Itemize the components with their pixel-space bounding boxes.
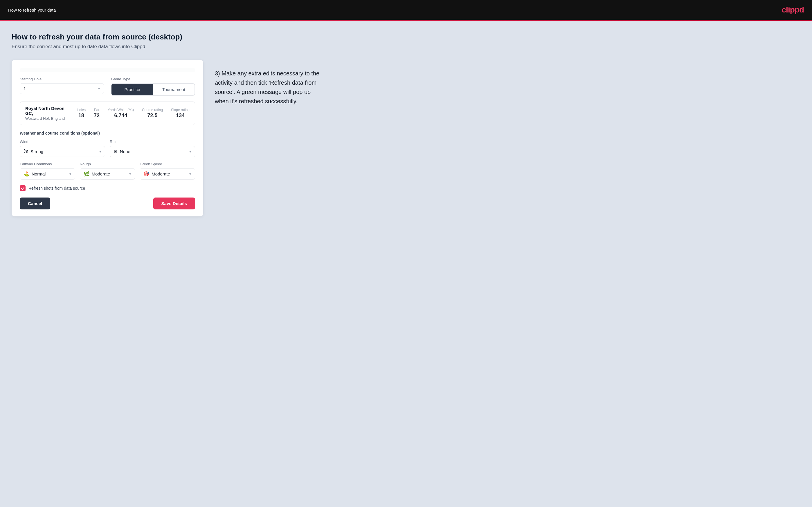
- course-stats: Holes 18 Par 72 Yards/White (M)) 6,744 C…: [77, 108, 190, 119]
- starting-hole-group: Starting Hole 1 ▾: [20, 77, 104, 96]
- content-area: Starting Hole 1 ▾ Game Type Practice Tou…: [12, 60, 800, 216]
- game-type-toggle: Practice Tournament: [111, 83, 195, 96]
- starting-hole-label: Starting Hole: [20, 77, 104, 81]
- logo: clippd: [782, 5, 804, 14]
- rain-select[interactable]: ☀ None ▾: [110, 146, 195, 157]
- main-content: How to refresh your data from source (de…: [0, 21, 812, 507]
- form-row-top: Starting Hole 1 ▾ Game Type Practice Tou…: [20, 77, 195, 96]
- top-bar: How to refresh your data clippd: [0, 0, 812, 20]
- rough-select[interactable]: 🌿 Moderate ▾: [80, 168, 135, 179]
- wind-icon: 🌬: [23, 149, 28, 154]
- action-row: Cancel Save Details: [20, 198, 195, 210]
- tournament-toggle-btn[interactable]: Tournament: [153, 84, 195, 95]
- green-speed-chevron-icon: ▾: [189, 172, 191, 176]
- refresh-checkbox-row: Refresh shots from data source: [20, 185, 195, 191]
- save-details-button[interactable]: Save Details: [153, 198, 195, 210]
- cancel-button[interactable]: Cancel: [20, 198, 50, 210]
- course-row: Royal North Devon GC, Westward Ho!, Engl…: [20, 102, 195, 125]
- refresh-checkbox[interactable]: [20, 185, 26, 191]
- stat-course-rating-label: Course rating: [142, 108, 163, 112]
- side-note-text: 3) Make any extra edits necessary to the…: [215, 69, 325, 106]
- wind-value: Strong: [31, 149, 43, 154]
- course-info: Royal North Devon GC, Westward Ho!, Engl…: [25, 106, 71, 121]
- rain-group: Rain ☀ None ▾: [110, 139, 195, 157]
- rough-chevron-icon: ▾: [129, 172, 131, 176]
- rain-chevron-icon: ▾: [189, 149, 191, 154]
- stat-course-rating: Course rating 72.5: [142, 108, 163, 119]
- game-type-group: Game Type Practice Tournament: [111, 77, 195, 96]
- starting-hole-value: 1: [23, 86, 26, 91]
- stat-slope-rating-value: 134: [171, 113, 190, 119]
- green-speed-icon: 🎯: [143, 171, 149, 177]
- practice-toggle-btn[interactable]: Practice: [111, 84, 153, 95]
- stat-par-value: 72: [94, 113, 100, 119]
- green-speed-label: Green Speed: [140, 162, 195, 166]
- stat-holes: Holes 18: [77, 108, 86, 119]
- page-heading: How to refresh your data from source (de…: [12, 33, 800, 42]
- rough-icon: 🌿: [84, 171, 89, 177]
- game-type-label: Game Type: [111, 77, 195, 81]
- rain-label: Rain: [110, 139, 195, 144]
- conditions-row-2: Fairway Conditions ⛳ Normal ▾ Rough 🌿 Mo…: [20, 162, 195, 179]
- refresh-checkbox-label: Refresh shots from data source: [29, 186, 85, 190]
- green-speed-select[interactable]: 🎯 Moderate ▾: [140, 168, 195, 179]
- rain-value: None: [120, 149, 130, 154]
- side-note: 3) Make any extra edits necessary to the…: [215, 60, 325, 106]
- wind-select[interactable]: 🌬 Strong ▾: [20, 146, 105, 157]
- stat-yards: Yards/White (M)) 6,744: [108, 108, 134, 119]
- conditions-row-1: Wind 🌬 Strong ▾ Rain ☀ None ▾: [20, 139, 195, 157]
- starting-hole-chevron-icon: ▾: [98, 87, 100, 91]
- stat-slope-rating-label: Slope rating: [171, 108, 190, 112]
- green-speed-value: Moderate: [152, 171, 170, 176]
- conditions-section-title: Weather and course conditions (optional): [20, 131, 195, 135]
- green-speed-group: Green Speed 🎯 Moderate ▾: [140, 162, 195, 179]
- top-bar-title: How to refresh your data: [8, 7, 56, 12]
- fairway-label: Fairway Conditions: [20, 162, 75, 166]
- rough-label: Rough: [80, 162, 135, 166]
- wind-chevron-icon: ▾: [99, 149, 101, 154]
- wind-label: Wind: [20, 139, 105, 144]
- rain-icon: ☀: [113, 149, 117, 154]
- fairway-icon: ⛳: [23, 171, 29, 177]
- course-location: Westward Ho!, England: [25, 116, 71, 121]
- stat-holes-label: Holes: [77, 108, 86, 112]
- fairway-select[interactable]: ⛳ Normal ▾: [20, 168, 75, 179]
- stat-holes-value: 18: [77, 113, 86, 119]
- stat-yards-label: Yards/White (M)): [108, 108, 134, 112]
- rough-value: Moderate: [92, 171, 110, 176]
- course-name: Royal North Devon GC,: [25, 106, 71, 116]
- card-top-hint: [20, 68, 195, 72]
- fairway-value: Normal: [32, 171, 46, 176]
- stat-par-label: Par: [94, 108, 100, 112]
- stat-course-rating-value: 72.5: [142, 113, 163, 119]
- checkmark-icon: [21, 186, 25, 190]
- stat-par: Par 72: [94, 108, 100, 119]
- form-card: Starting Hole 1 ▾ Game Type Practice Tou…: [12, 60, 203, 216]
- fairway-group: Fairway Conditions ⛳ Normal ▾: [20, 162, 75, 179]
- stat-yards-value: 6,744: [108, 113, 134, 119]
- fairway-chevron-icon: ▾: [69, 172, 71, 176]
- starting-hole-select[interactable]: 1 ▾: [20, 83, 104, 94]
- page-subheading: Ensure the correct and most up to date d…: [12, 44, 800, 50]
- stat-slope-rating: Slope rating 134: [171, 108, 190, 119]
- wind-group: Wind 🌬 Strong ▾: [20, 139, 105, 157]
- rough-group: Rough 🌿 Moderate ▾: [80, 162, 135, 179]
